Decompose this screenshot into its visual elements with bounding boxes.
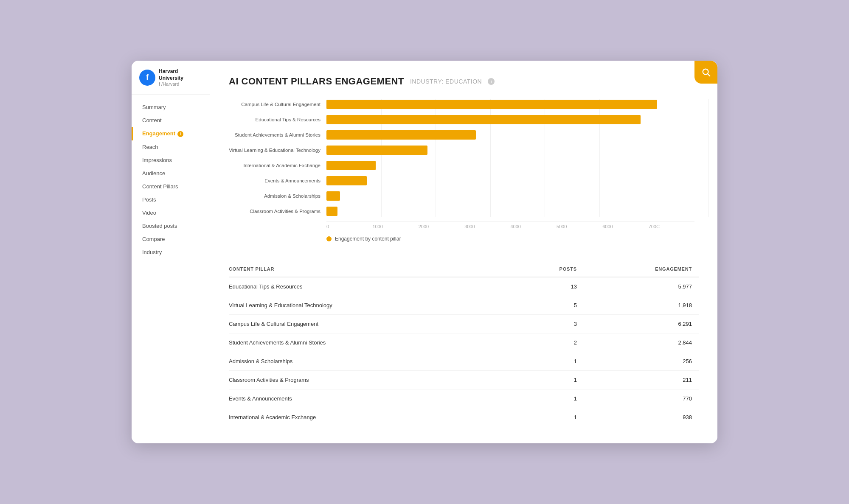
x-tick: 1000 <box>372 224 418 229</box>
sidebar-item-engagement[interactable]: Engagementi <box>132 127 210 140</box>
sidebar-item-boosted-posts[interactable]: Boosted posts <box>132 219 210 232</box>
table-cell-pillar: Classroom Activities & Programs <box>229 371 520 389</box>
x-tick: 2000 <box>419 224 464 229</box>
table-row: Educational Tips & Resources135,977 <box>229 277 699 296</box>
table-row: Campus Life & Cultural Engagement36,291 <box>229 315 699 333</box>
sidebar-item-industry[interactable]: Industry <box>132 246 210 259</box>
bar-row: Student Achievements & Alumni Stories <box>229 129 694 140</box>
bar-row: Educational Tips & Resources <box>229 114 694 125</box>
bar-track <box>326 176 694 185</box>
sidebar: f Harvard University f /Harvard SummaryC… <box>132 61 210 443</box>
bar-track <box>326 130 694 140</box>
table-row: Classroom Activities & Programs1211 <box>229 371 699 389</box>
table-cell-posts: 1 <box>520 408 584 427</box>
bar-row: Virtual Learning & Educational Technolog… <box>229 145 694 156</box>
bar-fill <box>326 100 657 109</box>
table-cell-posts: 2 <box>520 333 584 352</box>
bar-row: International & Academic Exchange <box>229 160 694 171</box>
app-window: f Harvard University f /Harvard SummaryC… <box>132 61 717 443</box>
table-cell-posts: 1 <box>520 371 584 389</box>
table-cell-posts: 3 <box>520 315 584 333</box>
table-cell-pillar: Virtual Learning & Educational Technolog… <box>229 296 520 315</box>
bar-label: Classroom Activities & Programs <box>229 209 326 214</box>
sidebar-item-summary[interactable]: Summary <box>132 101 210 114</box>
bars-wrapper: Campus Life & Cultural EngagementEducati… <box>229 99 694 217</box>
org-name: Harvard University <box>159 68 202 81</box>
x-tick: 700C <box>649 224 694 229</box>
bar-fill <box>326 161 376 170</box>
bar-fill <box>326 146 427 155</box>
chart-area: Campus Life & Cultural EngagementEducati… <box>229 99 699 242</box>
bar-fill <box>326 176 367 185</box>
col-header-pillar: CONTENT PILLAR <box>229 262 520 277</box>
engagement-badge: i <box>177 131 183 137</box>
bar-label: Campus Life & Cultural Engagement <box>229 102 326 107</box>
legend-label: Engagement by content pillar <box>335 236 401 242</box>
data-table: CONTENT PILLAR POSTS ENGAGEMENT Educatio… <box>229 262 699 426</box>
org-handle: f /Harvard <box>159 81 202 87</box>
bar-fill <box>326 207 337 216</box>
x-tick: 6000 <box>602 224 648 229</box>
bar-track <box>326 115 694 124</box>
search-button[interactable] <box>694 61 717 84</box>
chart-legend: Engagement by content pillar <box>326 236 694 242</box>
table-cell-posts: 5 <box>520 296 584 315</box>
table-cell-posts: 1 <box>520 352 584 371</box>
table-row: Virtual Learning & Educational Technolog… <box>229 296 699 315</box>
bar-fill <box>326 130 476 140</box>
table-cell-pillar: Educational Tips & Resources <box>229 277 520 296</box>
sidebar-item-reach[interactable]: Reach <box>132 140 210 154</box>
grid-line <box>708 99 709 217</box>
bar-row: Campus Life & Cultural Engagement <box>229 99 694 110</box>
info-icon[interactable]: i <box>488 78 495 85</box>
page-title-row: AI CONTENT PILLARS ENGAGEMENT INDUSTRY: … <box>229 76 699 87</box>
fb-logo: f <box>139 70 155 86</box>
x-tick: 4000 <box>511 224 557 229</box>
bar-label: Admission & Scholarships <box>229 193 326 199</box>
page-subtitle: INDUSTRY: EDUCATION <box>410 78 482 85</box>
bar-label: Educational Tips & Resources <box>229 117 326 122</box>
sidebar-nav: SummaryContentEngagementiReachImpression… <box>132 95 210 265</box>
bar-track <box>326 100 694 109</box>
sidebar-item-audience[interactable]: Audience <box>132 167 210 180</box>
table-cell-posts: 13 <box>520 277 584 296</box>
bar-label: International & Academic Exchange <box>229 163 326 168</box>
sidebar-item-content-pillars[interactable]: Content Pillars <box>132 180 210 193</box>
sidebar-item-impressions[interactable]: Impressions <box>132 154 210 167</box>
x-tick: 0 <box>326 224 372 229</box>
page-title: AI CONTENT PILLARS ENGAGEMENT <box>229 76 404 87</box>
table-cell-pillar: International & Academic Exchange <box>229 408 520 427</box>
x-tick: 3000 <box>464 224 510 229</box>
table-row: Student Achievements & Alumni Stories22,… <box>229 333 699 352</box>
table-cell-engagement: 5,977 <box>584 277 699 296</box>
table-cell-engagement: 211 <box>584 371 699 389</box>
sidebar-header: f Harvard University f /Harvard <box>132 68 210 95</box>
bar-track <box>326 146 694 155</box>
sidebar-item-content[interactable]: Content <box>132 114 210 127</box>
sidebar-item-compare[interactable]: Compare <box>132 232 210 246</box>
table-cell-engagement: 2,844 <box>584 333 699 352</box>
sidebar-item-posts[interactable]: Posts <box>132 193 210 206</box>
bar-label: Virtual Learning & Educational Technolog… <box>229 148 326 153</box>
table-cell-pillar: Campus Life & Cultural Engagement <box>229 315 520 333</box>
bar-row: Admission & Scholarships <box>229 190 694 202</box>
table-cell-engagement: 1,918 <box>584 296 699 315</box>
table-row: Admission & Scholarships1256 <box>229 352 699 371</box>
bar-track <box>326 191 694 201</box>
svg-line-1 <box>708 74 710 76</box>
search-icon <box>701 67 711 77</box>
x-axis: 0100020003000400050006000700C <box>326 221 694 229</box>
table-cell-pillar: Admission & Scholarships <box>229 352 520 371</box>
col-header-posts: POSTS <box>520 262 584 277</box>
bar-row: Classroom Activities & Programs <box>229 206 694 217</box>
bar-fill <box>326 191 340 201</box>
table-cell-engagement: 770 <box>584 389 699 408</box>
sidebar-item-video[interactable]: Video <box>132 206 210 219</box>
main-content: AI CONTENT PILLARS ENGAGEMENT INDUSTRY: … <box>210 61 717 443</box>
bar-label: Events & Announcements <box>229 178 326 183</box>
table-cell-posts: 1 <box>520 389 584 408</box>
x-tick: 5000 <box>557 224 602 229</box>
bar-row: Events & Announcements <box>229 175 694 186</box>
table-cell-engagement: 6,291 <box>584 315 699 333</box>
legend-dot <box>326 236 332 241</box>
